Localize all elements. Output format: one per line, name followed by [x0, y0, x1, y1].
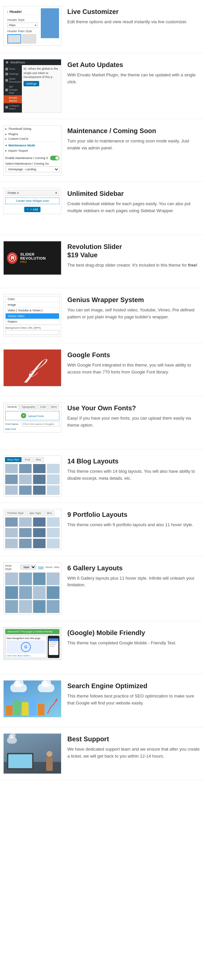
port-thumb-11[interactable] [33, 538, 46, 548]
gal-thumb-2[interactable] [19, 572, 32, 585]
blog-thumb-3[interactable] [33, 464, 46, 473]
blog-tab-misc[interactable]: Misc [33, 457, 43, 462]
mobile-browser-view: How Googlebot sees this page G Learn mor… [5, 636, 46, 658]
gal-thumb-1[interactable] [5, 572, 18, 585]
tab-color[interactable]: Color [38, 404, 48, 409]
gal-thumb-3[interactable] [33, 572, 46, 585]
feature-desc-live-customizer: Edit theme options and view result insta… [67, 19, 201, 25]
blog-thumb-10[interactable] [19, 485, 32, 495]
tab-typography[interactable]: Typography [19, 404, 37, 409]
blog-thumb-12[interactable] [47, 485, 60, 495]
gal-thumb-9[interactable] [5, 600, 18, 613]
port-thumb-8[interactable] [47, 528, 60, 538]
feature-portfolio: Portfolio Style Ajax Style Misc [0, 503, 204, 557]
gal-thumb-4[interactable] [46, 572, 60, 585]
nav-collapse-label: Collapse menu [9, 104, 20, 110]
feature-screenshot-custom-fonts: General Typography Color More + Upload F… [3, 402, 62, 433]
port-thumb-6[interactable] [19, 528, 32, 538]
gal-thumb-5[interactable] [5, 586, 18, 599]
blog-thumb-2[interactable] [19, 464, 32, 473]
feature-desc-portfolio: This theme comes with 9 portfolio layout… [67, 522, 201, 528]
port-thumb-5[interactable] [5, 528, 18, 538]
gal-thumb-8[interactable] [46, 586, 60, 599]
wrapper-color[interactable]: Color [6, 296, 59, 302]
feature-screenshot-gallery: Inner Style Style Style Hover Misc [3, 562, 62, 615]
nav-tools[interactable]: Tools [4, 67, 22, 72]
add-icon: + [27, 208, 28, 211]
blog-thumb-1[interactable] [5, 464, 18, 473]
blog-thumb-11[interactable] [33, 485, 46, 495]
blog-thumb-8[interactable] [47, 474, 60, 484]
edit-font-label: Edit Font [5, 428, 59, 431]
port-thumb-10[interactable] [19, 538, 32, 548]
gal-thumb-10[interactable] [19, 600, 32, 613]
feature-screenshot-seo [3, 680, 62, 718]
feature-right-blog: 14 Blog Layouts This theme comes with 14… [67, 455, 201, 482]
port-thumb-12[interactable] [47, 538, 60, 548]
blog-tab-blogstyle[interactable]: Blog Style [5, 457, 22, 462]
gallery-tab-2[interactable]: Hover [46, 566, 52, 569]
blog-thumb-4[interactable] [47, 464, 60, 473]
wrapper-image[interactable]: Image [6, 302, 59, 308]
feature-screenshot-admin: ⊕ WordPress Tools Settings [3, 59, 62, 113]
header-blue-rect [41, 8, 59, 38]
blog-thumb-6[interactable] [19, 474, 32, 484]
gal-thumb-12[interactable] [46, 600, 60, 613]
header-thumb-1[interactable] [7, 34, 21, 43]
port-thumb-1[interactable] [5, 517, 18, 527]
gal-thumb-11[interactable] [33, 600, 46, 613]
port-thumb-3[interactable] [33, 517, 46, 527]
blog-tab-post[interactable]: Post [22, 457, 33, 462]
nav-slider-rev[interactable]: Slider Revolution [4, 76, 22, 84]
settings-button[interactable]: Settings [24, 81, 39, 86]
port-thumb-9[interactable] [5, 538, 18, 548]
portfolio-tab-1[interactable]: Portfolio Style [5, 511, 26, 515]
tab-general[interactable]: General [5, 404, 19, 409]
feature-mobile: Awesome! This page is mobile-friendly Ho… [0, 621, 204, 674]
gal-thumb-6[interactable] [19, 586, 32, 599]
feature-right-custom-fonts: Use Your Own Fonts? Easy! If you have yo… [67, 402, 201, 429]
mobile-bar: Awesome! This page is mobile-friendly [5, 629, 59, 634]
wrapper-bg-input[interactable] [5, 330, 59, 335]
maintenance-expand-icon: ▸ [5, 127, 7, 130]
font-name-input[interactable] [22, 422, 59, 426]
feature-screenshot-sidebar: Footer 4 ▾ Create New Widget Area + + Ad… [3, 188, 62, 214]
port-thumb-2[interactable] [19, 517, 32, 527]
portfolio-tab-3[interactable]: Misc [44, 511, 54, 515]
blog-thumb-5[interactable] [5, 474, 18, 484]
header-select[interactable]: Plain ▾ [7, 22, 38, 28]
feature-screenshot-maintenance: ▸ Thumbnail Sizing ▸ Plugins ▸ Custom Cs… [3, 125, 62, 176]
nav-collapse[interactable]: Collapse menu [4, 103, 22, 111]
wrapper-vimeo[interactable]: Vimeo Video [6, 313, 59, 319]
wrapper-pattern[interactable]: Pattern [6, 319, 59, 325]
port-thumb-4[interactable] [47, 517, 60, 527]
port-thumb-7[interactable] [33, 528, 46, 538]
seo-arrow-visual [46, 697, 59, 716]
nav-googlemaps[interactable]: WP Google Map [4, 84, 22, 95]
feature-title-custom-fonts: Use Your Own Fonts? [67, 404, 201, 412]
create-widget-btn[interactable]: Create New Widget Area [5, 197, 59, 204]
header-thumb-2[interactable] [22, 34, 36, 43]
gallery-style-select[interactable]: Style [20, 565, 36, 570]
add-widget-btn[interactable]: + + Add [24, 207, 41, 212]
tab-more[interactable]: More [49, 404, 59, 409]
blog-thumb-7[interactable] [33, 474, 46, 484]
wrapper-video[interactable]: Video ( Youtube & Vimeo ) [6, 308, 59, 313]
portfolio-tabs: Portfolio Style Ajax Style Misc [5, 511, 60, 515]
gallery-tab-3[interactable]: Misc [54, 566, 60, 569]
blog-thumb-9[interactable] [5, 485, 18, 495]
settings-icon [5, 73, 8, 75]
feature-screenshot-revolution: SLIDER REVOLUTION PRO [3, 241, 62, 275]
gallery-tab-1[interactable]: Style [38, 566, 44, 569]
feature-title-wrapper: Genius Wrapper System [67, 296, 201, 304]
feature-desc-blog: This theme comes with 14 blog layouts. Y… [67, 468, 201, 482]
gal-thumb-7[interactable] [33, 586, 46, 599]
maintenance-toggle[interactable] [50, 156, 59, 160]
nav-envato[interactable]: Envato Market [4, 95, 22, 103]
feature-desc-seo: This theme follows best practice of SEO … [67, 693, 201, 707]
portfolio-tab-2[interactable]: Ajax Style [27, 511, 43, 515]
select-maintenance-label: Select Maintenance / Coming So [5, 162, 59, 165]
upload-fonts-area[interactable]: + Upload Fonts [5, 411, 59, 420]
maintenance-select[interactable]: Homepage - Landing [5, 166, 59, 172]
nav-settings[interactable]: Settings [4, 72, 22, 76]
